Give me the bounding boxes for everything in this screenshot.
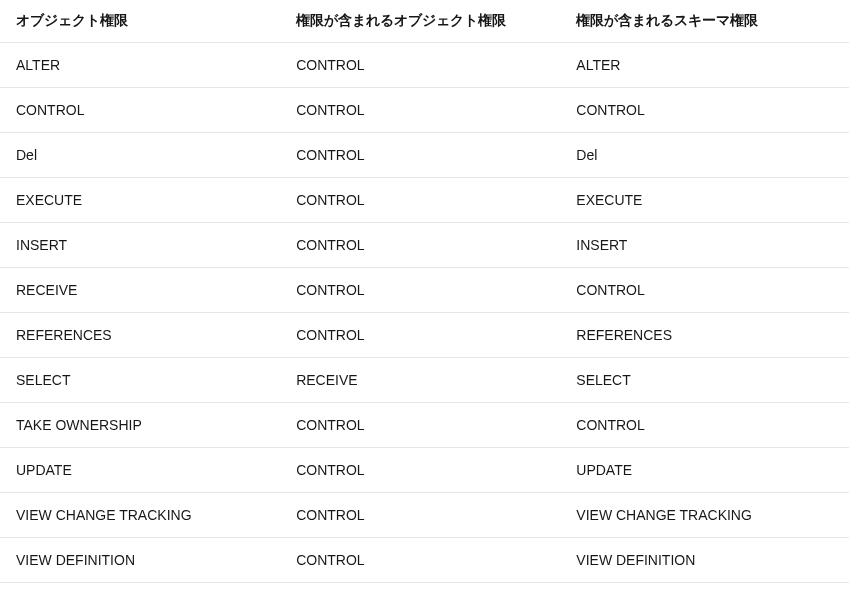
col-header-implied-schema-permission: 権限が含まれるスキーマ権限 — [560, 0, 849, 43]
cell-object-permission: Del — [0, 133, 280, 178]
table-row: INSERT CONTROL INSERT — [0, 223, 849, 268]
cell-implied-object-permission: CONTROL — [280, 403, 560, 448]
cell-implied-schema-permission: SELECT — [560, 358, 849, 403]
cell-object-permission: SELECT — [0, 358, 280, 403]
table-row: Del CONTROL Del — [0, 133, 849, 178]
table-row: VIEW DEFINITION CONTROL VIEW DEFINITION — [0, 538, 849, 583]
cell-implied-schema-permission: UPDATE — [560, 448, 849, 493]
cell-implied-schema-permission: INSERT — [560, 223, 849, 268]
cell-object-permission: VIEW CHANGE TRACKING — [0, 493, 280, 538]
cell-implied-object-permission: CONTROL — [280, 178, 560, 223]
cell-implied-object-permission: RECEIVE — [280, 358, 560, 403]
table-row: TAKE OWNERSHIP CONTROL CONTROL — [0, 403, 849, 448]
cell-object-permission: INSERT — [0, 223, 280, 268]
cell-object-permission: TAKE OWNERSHIP — [0, 403, 280, 448]
table-row: CONTROL CONTROL CONTROL — [0, 88, 849, 133]
col-header-implied-object-permission: 権限が含まれるオブジェクト権限 — [280, 0, 560, 43]
cell-implied-object-permission: CONTROL — [280, 313, 560, 358]
table-row: UPDATE CONTROL UPDATE — [0, 448, 849, 493]
cell-implied-schema-permission: ALTER — [560, 43, 849, 88]
cell-implied-object-permission: CONTROL — [280, 448, 560, 493]
cell-implied-schema-permission: CONTROL — [560, 403, 849, 448]
cell-implied-object-permission: CONTROL — [280, 268, 560, 313]
cell-implied-object-permission: CONTROL — [280, 133, 560, 178]
cell-implied-schema-permission: CONTROL — [560, 268, 849, 313]
cell-object-permission: UPDATE — [0, 448, 280, 493]
col-header-object-permission: オブジェクト権限 — [0, 0, 280, 43]
table-row: REFERENCES CONTROL REFERENCES — [0, 313, 849, 358]
table-row: VIEW CHANGE TRACKING CONTROL VIEW CHANGE… — [0, 493, 849, 538]
cell-implied-object-permission: CONTROL — [280, 538, 560, 583]
cell-object-permission: ALTER — [0, 43, 280, 88]
table-row: EXECUTE CONTROL EXECUTE — [0, 178, 849, 223]
cell-implied-schema-permission: VIEW CHANGE TRACKING — [560, 493, 849, 538]
cell-implied-schema-permission: VIEW DEFINITION — [560, 538, 849, 583]
cell-implied-schema-permission: EXECUTE — [560, 178, 849, 223]
cell-object-permission: VIEW DEFINITION — [0, 538, 280, 583]
table-row: ALTER CONTROL ALTER — [0, 43, 849, 88]
cell-implied-schema-permission: REFERENCES — [560, 313, 849, 358]
table-header-row: オブジェクト権限 権限が含まれるオブジェクト権限 権限が含まれるスキーマ権限 — [0, 0, 849, 43]
table-row: RECEIVE CONTROL CONTROL — [0, 268, 849, 313]
cell-object-permission: CONTROL — [0, 88, 280, 133]
cell-implied-object-permission: CONTROL — [280, 43, 560, 88]
cell-implied-object-permission: CONTROL — [280, 223, 560, 268]
cell-object-permission: RECEIVE — [0, 268, 280, 313]
cell-object-permission: EXECUTE — [0, 178, 280, 223]
cell-implied-object-permission: CONTROL — [280, 493, 560, 538]
cell-implied-schema-permission: CONTROL — [560, 88, 849, 133]
permissions-table: オブジェクト権限 権限が含まれるオブジェクト権限 権限が含まれるスキーマ権限 A… — [0, 0, 849, 583]
cell-implied-object-permission: CONTROL — [280, 88, 560, 133]
cell-implied-schema-permission: Del — [560, 133, 849, 178]
cell-object-permission: REFERENCES — [0, 313, 280, 358]
table-row: SELECT RECEIVE SELECT — [0, 358, 849, 403]
